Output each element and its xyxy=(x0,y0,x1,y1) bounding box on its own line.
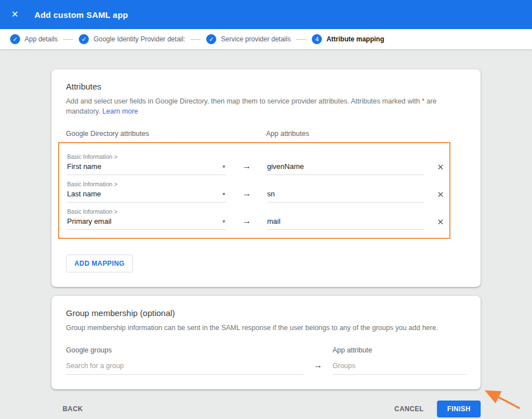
select-category-label: Basic Information > xyxy=(67,181,226,187)
step-attribute-mapping[interactable]: 4 Attribute mapping xyxy=(312,34,384,44)
app-attribute-input[interactable] xyxy=(267,160,425,175)
attributes-card: Attributes Add and select user fields in… xyxy=(51,69,481,287)
dropdown-caret-icon: ▾ xyxy=(222,191,225,197)
step-google-idp-details[interactable]: ✓ Google Identity Provider detail: xyxy=(79,34,185,44)
step-service-provider-details[interactable]: ✓ Service provider details xyxy=(206,34,291,44)
group-membership-description: Group membership information can be sent… xyxy=(66,323,466,333)
remove-mapping-icon[interactable]: ✕ xyxy=(437,217,444,230)
close-icon[interactable]: ✕ xyxy=(11,10,18,19)
step-label-app-details: App details xyxy=(25,35,58,43)
dropdown-caret-icon: ▾ xyxy=(222,218,225,224)
arrow-right-icon: → xyxy=(303,360,332,375)
select-category-label: Basic Information > xyxy=(67,208,226,215)
dropdown-caret-icon: ▾ xyxy=(222,163,225,170)
mapping-highlight-box: Basic Information > First name ▾ → ✕ Bas… xyxy=(58,142,450,239)
mapping-row: Basic Information > First name ▾ → ✕ xyxy=(67,153,449,175)
mapping-row: Basic Information > Last name ▾ → ✕ xyxy=(67,181,449,203)
select-value-label: Primary email xyxy=(67,217,226,225)
group-mapping-row: → xyxy=(66,360,466,375)
step-connector xyxy=(63,39,73,40)
google-groups-header: Google groups xyxy=(66,346,332,354)
arrow-right-icon: → xyxy=(226,189,267,203)
dialog-title: Add custom SAML app xyxy=(34,10,128,20)
arrow-right-icon: → xyxy=(226,161,267,175)
mapping-row: Basic Information > Primary email ▾ → ✕ xyxy=(67,208,449,230)
step-connector xyxy=(296,39,306,40)
app-attribute-input[interactable] xyxy=(267,187,425,203)
footer-actions: BACK CANCEL FINISH xyxy=(51,401,481,417)
step-label-service-provider-details: Service provider details xyxy=(221,35,291,43)
step-app-details[interactable]: ✓ App details xyxy=(10,34,58,44)
add-custom-saml-app-dialog: ✕ Add custom SAML app ✓ App details ✓ Go… xyxy=(0,0,532,419)
step-complete-check-icon: ✓ xyxy=(79,34,89,44)
directory-attribute-select[interactable]: Basic Information > First name ▾ xyxy=(67,153,226,175)
attributes-description: Add and select user fields in Google Dir… xyxy=(66,96,466,116)
app-header: ✕ Add custom SAML app xyxy=(0,0,532,29)
learn-more-link[interactable]: Learn more xyxy=(102,107,138,115)
group-app-attribute-input[interactable] xyxy=(332,360,466,375)
step-complete-check-icon: ✓ xyxy=(10,34,20,44)
attributes-column-headers: Google Directory attributes App attribut… xyxy=(66,130,466,138)
google-directory-attributes-header: Google Directory attributes xyxy=(66,130,266,138)
group-column-headers: Google groups App attribute xyxy=(66,346,466,354)
app-attributes-header: App attributes xyxy=(266,130,309,138)
group-membership-card: Group membership (optional) Group member… xyxy=(51,296,481,389)
finish-button[interactable]: FINISH xyxy=(437,401,481,417)
back-button[interactable]: BACK xyxy=(63,405,83,413)
select-category-label: Basic Information > xyxy=(67,153,226,160)
content-area: Attributes Add and select user fields in… xyxy=(0,49,532,419)
step-connector xyxy=(191,39,201,40)
step-label-attribute-mapping: Attribute mapping xyxy=(326,35,384,43)
select-value-label: First name xyxy=(67,162,226,171)
remove-mapping-icon[interactable]: ✕ xyxy=(437,162,444,175)
stepper: ✓ App details ✓ Google Identity Provider… xyxy=(0,29,532,49)
directory-attribute-select[interactable]: Basic Information > Last name ▾ xyxy=(67,181,226,203)
group-search-input[interactable] xyxy=(66,360,303,375)
arrow-right-icon: → xyxy=(226,216,267,230)
app-attribute-header: App attribute xyxy=(332,346,372,354)
group-membership-title: Group membership (optional) xyxy=(66,308,466,318)
step-number-icon: 4 xyxy=(312,34,322,44)
cancel-button[interactable]: CANCEL xyxy=(395,405,424,413)
step-label-google-idp-details: Google Identity Provider detail: xyxy=(93,35,185,43)
app-attribute-input[interactable] xyxy=(267,215,425,230)
remove-mapping-icon[interactable]: ✕ xyxy=(437,190,444,203)
directory-attribute-select[interactable]: Basic Information > Primary email ▾ xyxy=(67,208,226,230)
add-mapping-button[interactable]: ADD MAPPING xyxy=(66,255,133,272)
step-complete-check-icon: ✓ xyxy=(206,34,216,44)
attributes-title: Attributes xyxy=(66,82,466,91)
select-value-label: Last name xyxy=(67,190,226,198)
